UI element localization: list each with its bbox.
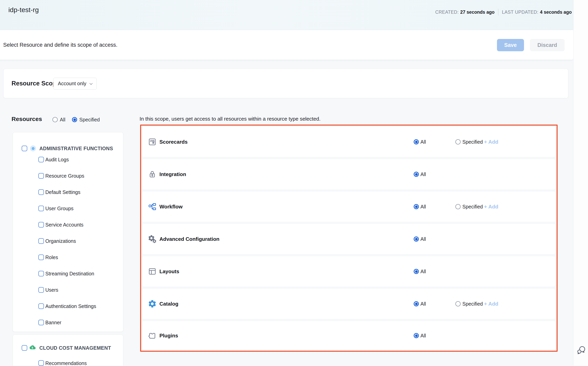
all-radio-label[interactable]: All [420, 204, 426, 210]
list-item: Authentication Settings [45, 303, 96, 309]
list-item: Service Accounts [45, 222, 84, 228]
list-item: Organizations [45, 238, 76, 244]
list-item: Streaming Destination [45, 271, 94, 277]
resource-scope-card: Resource Scope Account only [3, 69, 568, 98]
layout-icon [148, 267, 157, 276]
svg-text:$: $ [32, 346, 33, 349]
item-checkbox[interactable] [38, 173, 44, 179]
item-checkbox[interactable] [38, 189, 44, 195]
resource-type-row-plugins: Plugins All [142, 321, 556, 350]
list-item: Banner [45, 320, 62, 326]
scope-instruction: In this scope, users get access to all r… [139, 116, 320, 122]
item-checkbox[interactable] [38, 222, 44, 228]
updated-label: LAST UPDATED: [502, 9, 538, 15]
item-checkbox[interactable] [38, 157, 44, 162]
all-radio[interactable] [414, 204, 419, 209]
list-item: Audit Logs [45, 157, 69, 162]
item-checkbox[interactable] [38, 271, 44, 276]
specified-radio-label[interactable]: Specified [462, 204, 483, 210]
specified-radio[interactable] [456, 204, 461, 209]
resource-type-label: Layouts [159, 268, 179, 274]
cloud-dollar-badge-icon: $ [30, 344, 36, 350]
list-item: Users [45, 287, 58, 293]
add-button[interactable]: + Add [484, 301, 498, 307]
add-button[interactable]: + Add [484, 139, 498, 145]
scorecard-icon [148, 137, 157, 146]
all-radio-label[interactable]: All [420, 171, 426, 177]
resource-type-row-workflow: Workflow All Specified + Add [142, 191, 556, 222]
resource-type-label: Workflow [159, 204, 183, 210]
item-checkbox[interactable] [38, 255, 44, 260]
resource-type-label: Plugins [159, 333, 178, 339]
resource-type-label: Integration [159, 171, 186, 177]
all-radio[interactable] [414, 333, 419, 338]
resource-type-row-layouts: Layouts All [142, 256, 556, 287]
group-title: ADMINISTRATIVE FUNCTIONS [39, 145, 113, 151]
resource-type-row-catalog: Catalog All Specified + Add [142, 289, 556, 319]
discard-button[interactable]: Discard [530, 39, 565, 51]
resource-type-row-advanced-configuration: Advanced Configuration All [142, 224, 556, 254]
all-radio[interactable] [414, 269, 419, 274]
item-checkbox[interactable] [38, 206, 44, 211]
specified-radio[interactable] [456, 301, 461, 306]
meta-divider [498, 9, 498, 15]
resource-type-label: Scorecards [159, 139, 188, 145]
resources-specified-radio[interactable] [72, 117, 77, 122]
item-checkbox[interactable] [38, 360, 44, 366]
all-radio-label[interactable]: All [420, 139, 426, 145]
specified-radio-label[interactable]: Specified [462, 139, 483, 145]
all-radio-label[interactable]: All [420, 301, 426, 307]
group-checkbox[interactable] [22, 146, 27, 151]
specified-radio[interactable] [456, 139, 461, 145]
chat-support-icon[interactable] [576, 345, 586, 355]
resources-all-radio[interactable] [53, 117, 58, 122]
workflow-icon [148, 202, 157, 211]
resource-scope-value: Account only [58, 81, 86, 86]
created-label: CREATED: [435, 9, 459, 15]
list-item: Roles [45, 254, 58, 260]
resource-scope-dropdown[interactable]: Account only [53, 78, 97, 90]
page: idp-test-rg CREATED:27 seconds ago LAST … [0, 0, 588, 366]
chevron-down-icon [88, 81, 94, 86]
add-button[interactable]: + Add [484, 204, 498, 210]
item-checkbox[interactable] [38, 303, 44, 309]
all-radio[interactable] [414, 301, 419, 306]
meta-info: CREATED:27 seconds ago LAST UPDATED:4 se… [435, 9, 572, 15]
resource-group-card-administrative: ADMINISTRATIVE FUNCTIONS Audit Logs Reso… [13, 132, 123, 332]
item-checkbox[interactable] [38, 320, 44, 325]
all-radio[interactable] [414, 139, 419, 145]
gears-icon [148, 235, 157, 244]
resource-type-label: Catalog [159, 301, 178, 307]
all-radio-label[interactable]: All [420, 269, 426, 274]
group-checkbox[interactable] [22, 345, 27, 351]
item-checkbox[interactable] [38, 238, 44, 244]
page-title: idp-test-rg [8, 6, 39, 14]
all-radio-label[interactable]: All [420, 333, 426, 339]
resource-type-row-scorecards: Scorecards All Specified + Add [142, 127, 556, 157]
resources-all-label[interactable]: All [60, 117, 65, 122]
list-item: User Groups [45, 206, 74, 211]
save-button[interactable]: Save [497, 39, 524, 51]
group-title: CLOUD COST MANAGEMENT [39, 345, 111, 351]
all-radio[interactable] [414, 236, 419, 242]
list-item: Resource Groups [45, 173, 84, 179]
list-item: Default Settings [45, 189, 80, 195]
resources-title: Resources [12, 116, 42, 122]
admin-gear-badge-icon [30, 145, 36, 151]
page-gutter [573, 0, 588, 366]
created-info: CREATED:27 seconds ago [435, 9, 495, 15]
toolbar-description: Select Resource and define its scope of … [3, 42, 117, 48]
created-value: 27 seconds ago [460, 9, 495, 15]
specified-radio-label[interactable]: Specified [462, 301, 483, 307]
resource-group-card-ccm: $ CLOUD COST MANAGEMENT Recommendations [13, 335, 123, 366]
updated-value: 4 seconds ago [540, 9, 572, 15]
app-window: idp-test-rg CREATED:27 seconds ago LAST … [0, 0, 573, 366]
catalog-gear-icon [148, 299, 157, 308]
page-header: idp-test-rg CREATED:27 seconds ago LAST … [0, 0, 573, 30]
puzzle-icon [148, 331, 157, 340]
all-radio-label[interactable]: All [420, 236, 426, 242]
all-radio[interactable] [414, 172, 419, 177]
resource-type-label: Advanced Configuration [159, 236, 219, 242]
item-checkbox[interactable] [38, 287, 44, 293]
resources-specified-label[interactable]: Specified [79, 117, 100, 122]
